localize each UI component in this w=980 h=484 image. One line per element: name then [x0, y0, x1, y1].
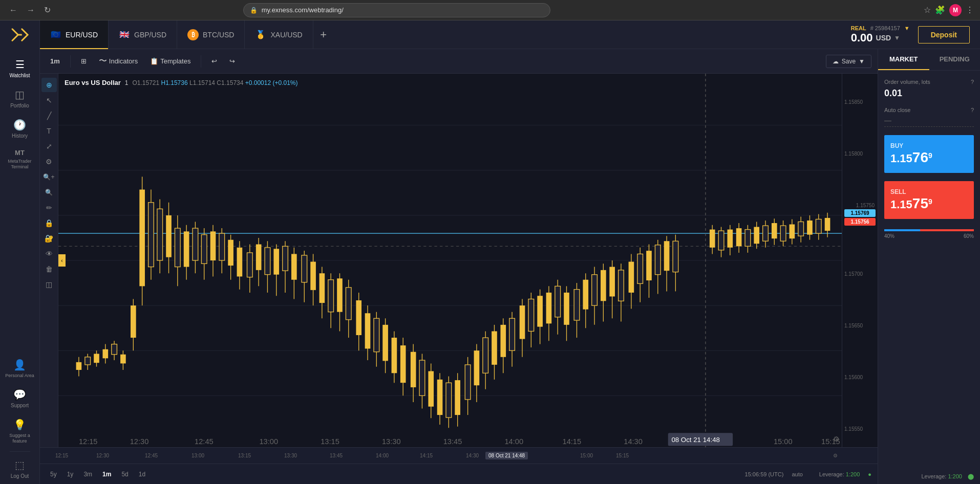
buy-price-sup: 9	[928, 151, 932, 160]
period-1d[interactable]: 1d	[135, 469, 150, 479]
tab-market[interactable]: MARKET	[878, 49, 929, 70]
time-label-10: 14:30	[466, 453, 479, 458]
balance-dropdown[interactable]: ▼	[894, 34, 900, 41]
svg-rect-92	[437, 380, 443, 415]
chart-wrapper: ⊕ ↖ ╱ T ⤢ ⚙ 🔍+ 🔍 ✏ 🔒 🔐 👁 🗑 ◫	[40, 74, 878, 447]
tab-gbp-usd[interactable]: 🇬🇧 GBP/USD	[109, 20, 177, 49]
chart-low: L1.15714	[189, 79, 215, 86]
sidebar-item-metatrader[interactable]: MT MetaTrader Terminal	[0, 144, 39, 175]
delete-tool[interactable]: 🗑	[41, 262, 57, 276]
svg-rect-128	[601, 270, 606, 301]
order-volume-help-icon[interactable]: ?	[971, 79, 974, 85]
chart-symbol-name: Euro vs US Dollar	[65, 79, 121, 86]
auto-close-label: Auto close ?	[884, 107, 974, 113]
pencil-tool[interactable]: ✏	[41, 201, 57, 215]
svg-rect-156	[754, 227, 759, 244]
svg-rect-94	[446, 383, 452, 417]
back-button[interactable]: ←	[6, 3, 20, 17]
lock-tool-2[interactable]: 🔐	[41, 231, 57, 246]
crosshair-tool[interactable]: ⊕	[41, 78, 57, 92]
sidebar-item-watchlist[interactable]: ☰ Watchlist	[0, 53, 39, 83]
deposit-button[interactable]: Deposit	[918, 26, 970, 43]
gbp-flag: 🇬🇧	[119, 29, 130, 40]
menu-button[interactable]: ⋮	[966, 4, 974, 16]
sell-price-end: 75	[912, 195, 928, 211]
profile-button[interactable]: M	[949, 4, 962, 16]
svg-rect-152	[736, 228, 742, 246]
bookmark-button[interactable]: ☆	[924, 4, 931, 16]
lock-tool-1[interactable]: 🔒	[41, 216, 57, 230]
tab-xau-usd[interactable]: 🥇 XAU/USD	[245, 20, 313, 49]
measure-tool[interactable]: ⤢	[41, 139, 57, 153]
sidebar-item-personal[interactable]: 👤 Personal Area	[0, 354, 39, 384]
reload-button[interactable]: ↻	[41, 3, 54, 17]
svg-rect-146	[710, 230, 715, 248]
layers-tool[interactable]: ◫	[41, 277, 57, 292]
cursor-tool[interactable]: ↖	[41, 93, 57, 107]
sidebar-item-suggest[interactable]: 💡 Suggest a feature	[0, 413, 39, 449]
price-level-4: 1.15700	[844, 271, 876, 277]
add-tab-button[interactable]: +	[313, 25, 334, 45]
left-arrow-handle[interactable]: ‹	[58, 254, 66, 267]
zoom-in-tool[interactable]: 🔍+	[41, 170, 57, 184]
sidebar-item-portfolio[interactable]: ◫ Portfolio	[0, 83, 39, 114]
zoom-out-tool[interactable]: 🔍	[41, 185, 57, 200]
time-label-4: 13:00	[191, 453, 204, 458]
undo-button[interactable]: ↩	[207, 55, 221, 67]
chart-settings-icon[interactable]: ⚙	[833, 435, 840, 443]
period-5y[interactable]: 5y	[46, 469, 61, 479]
svg-rect-72	[346, 288, 351, 320]
period-1m[interactable]: 1m	[98, 469, 115, 479]
sidebar-label-watchlist: Watchlist	[9, 73, 30, 78]
svg-rect-78	[374, 318, 379, 351]
sidebar-item-support[interactable]: 💬 Support	[0, 383, 39, 413]
period-3m[interactable]: 3m	[79, 469, 96, 479]
tab-btc-usd[interactable]: ₿ BTC/USD	[177, 20, 245, 49]
dropdown-icon[interactable]: ▼	[904, 25, 910, 31]
svg-rect-80	[382, 325, 388, 361]
svg-text:14:00: 14:00	[504, 437, 523, 446]
buy-price-main: 1.15	[890, 152, 912, 165]
tab-eur-usd[interactable]: 🇪🇺 EUR/USD	[40, 20, 109, 49]
panel-tabs: MARKET PENDING	[878, 49, 980, 71]
buy-button[interactable]: BUY 1.15769	[884, 135, 974, 173]
ratio-sell-bar	[920, 229, 974, 231]
period-5d[interactable]: 5d	[117, 469, 132, 479]
sidebar-item-history[interactable]: 🕐 History	[0, 114, 39, 144]
redo-button[interactable]: ↪	[225, 55, 239, 67]
chart-svg: 12:15 12:30 12:45 13:00 13:15 13:30 13:4…	[58, 74, 842, 447]
extensions-button[interactable]: 🧩	[935, 4, 945, 16]
chart-settings-gear[interactable]: ⚙	[833, 453, 838, 458]
address-bar[interactable]: 🔒 my.exness.com/webtrading/	[243, 3, 550, 17]
sidebar-divider	[10, 451, 30, 452]
svg-text:08 Oct 21  14:48: 08 Oct 21 14:48	[671, 436, 720, 444]
eye-tool[interactable]: 👁	[41, 247, 57, 261]
tab-pending[interactable]: PENDING	[929, 49, 981, 70]
svg-rect-14	[85, 357, 91, 365]
settings-tool[interactable]: ⚙	[41, 155, 57, 169]
forward-button[interactable]: →	[24, 3, 38, 17]
bottom-bar-right: 15:06:59 (UTC) auto Leverage: 1:200 ●	[745, 471, 871, 477]
auto-close-help-icon[interactable]: ?	[971, 107, 974, 113]
sidebar-item-logout[interactable]: ⬚ Log Out	[0, 454, 39, 484]
svg-rect-154	[745, 230, 751, 247]
text-tool[interactable]: T	[41, 124, 57, 138]
chart-canvas[interactable]: Euro vs US Dollar 1 O1.15721 H1.15736 L1…	[58, 74, 842, 447]
save-button[interactable]: ☁ Save ▼	[826, 55, 871, 68]
timeframe-button[interactable]: 1m	[46, 55, 64, 67]
bottom-time: 15:06:59 (UTC)	[745, 471, 784, 477]
templates-button[interactable]: 📋 Templates	[146, 55, 195, 67]
line-tool[interactable]: ╱	[41, 108, 57, 123]
svg-text:12:30: 12:30	[130, 437, 149, 446]
time-label-7: 13:45	[330, 453, 343, 458]
svg-rect-160	[772, 223, 777, 238]
period-1y[interactable]: 1y	[63, 469, 78, 479]
chart-timeframe: 1	[125, 79, 129, 86]
buy-price-end: 76	[912, 149, 928, 165]
balance-display: 0.00 USD ▼	[851, 31, 910, 45]
tab-label-gbp-usd: GBP/USD	[134, 31, 166, 39]
svg-text:13:30: 13:30	[382, 437, 401, 446]
comparison-button[interactable]: ⊞	[77, 55, 91, 67]
indicators-button[interactable]: 〜 Indicators	[95, 54, 142, 69]
sell-button[interactable]: SELL 1.15759	[884, 181, 974, 219]
